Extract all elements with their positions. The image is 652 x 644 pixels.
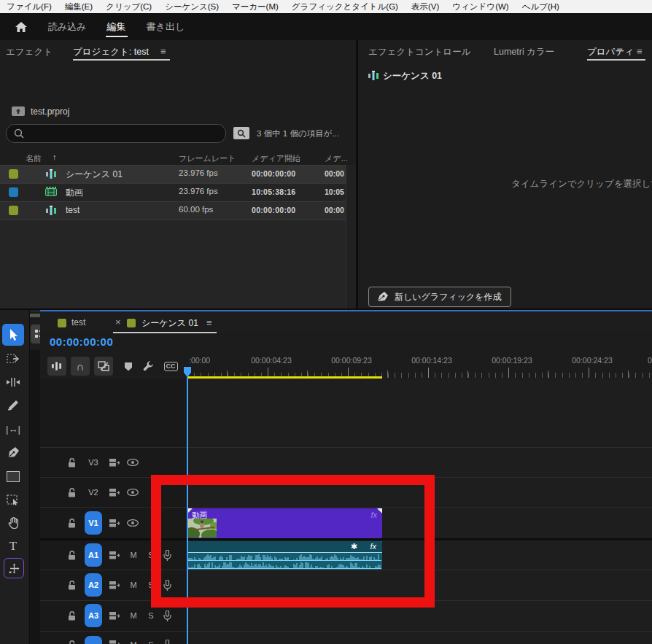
sync-lock-icon[interactable] xyxy=(109,519,120,527)
lock-icon[interactable] xyxy=(68,551,76,560)
menu-view[interactable]: 表示(V) xyxy=(405,1,446,12)
column-name[interactable]: 名前 xyxy=(26,153,42,164)
sync-lock-icon[interactable] xyxy=(109,640,120,644)
video-clip[interactable]: 動画 fx xyxy=(187,508,382,538)
project-row-sequence-01[interactable]: シーケンス 01 23.976 fps 00:00:00:00 00:00 xyxy=(0,166,346,184)
fade-handle-icon[interactable] xyxy=(377,508,382,513)
voiceover-mic-icon[interactable] xyxy=(163,580,171,591)
project-row-test[interactable]: test 60.00 fps 00:00:00:00 00:00 xyxy=(0,202,346,220)
transform-tool[interactable] xyxy=(4,558,24,578)
voiceover-mic-icon[interactable] xyxy=(163,550,171,561)
tab-project[interactable]: プロジェクト: test xyxy=(73,46,149,58)
project-row-video[interactable]: 動画 23.976 fps 10:05:38:16 10:05 xyxy=(0,184,346,202)
breadcrumb[interactable]: test.prproj xyxy=(31,106,69,117)
vertical-scrollbar[interactable] xyxy=(346,165,357,312)
menu-edit[interactable]: 編集(E) xyxy=(58,1,99,12)
panel-menu-icon[interactable]: ≡ xyxy=(637,46,643,57)
tab-effects[interactable]: エフェクト xyxy=(6,46,53,58)
track-target-v3[interactable]: V3 xyxy=(85,458,102,467)
menu-marker[interactable]: マーカー(M) xyxy=(225,1,285,12)
eye-toggle-icon[interactable] xyxy=(127,519,139,527)
track-target-a3[interactable]: A3 xyxy=(85,604,102,627)
hand-tool[interactable] xyxy=(2,513,24,533)
mode-tab-export[interactable]: 書き出し xyxy=(136,13,195,40)
mute-toggle[interactable]: M xyxy=(128,551,139,559)
sync-lock-icon[interactable] xyxy=(109,581,120,589)
panel-menu-icon[interactable]: ≡ xyxy=(160,46,166,57)
search-input[interactable] xyxy=(6,124,226,143)
keyframe-star-icon[interactable]: ✱ xyxy=(351,542,357,551)
mute-toggle[interactable]: M xyxy=(128,581,139,589)
sync-lock-icon[interactable] xyxy=(109,612,120,620)
label-chip[interactable] xyxy=(9,206,18,215)
timeline-settings-wrench-icon[interactable] xyxy=(139,357,158,376)
tab-effect-controls[interactable]: エフェクトコントロール xyxy=(368,46,470,58)
menu-help[interactable]: ヘルプ(H) xyxy=(516,1,566,12)
lock-icon[interactable] xyxy=(68,611,76,621)
track-target-v1[interactable]: V1 xyxy=(85,511,102,535)
sync-lock-icon[interactable] xyxy=(109,551,120,559)
snap-toggle[interactable]: ∩ xyxy=(71,357,90,376)
menu-clip[interactable]: クリップ(C) xyxy=(99,1,158,12)
insert-nested-sequence-toggle[interactable] xyxy=(47,357,66,376)
rectangle-tool[interactable] xyxy=(2,466,24,486)
lock-icon[interactable] xyxy=(68,488,76,497)
captions-cc-icon[interactable]: CC xyxy=(161,357,180,376)
razor-tool[interactable] xyxy=(2,395,24,416)
solo-toggle[interactable]: S xyxy=(146,611,156,620)
home-icon[interactable] xyxy=(15,21,28,33)
sort-ascending-icon[interactable]: ↑ xyxy=(53,152,57,161)
pen-tool[interactable] xyxy=(2,442,24,462)
fx-badge[interactable]: fx xyxy=(370,542,376,551)
menu-file[interactable]: ファイル(F) xyxy=(0,1,58,12)
object-selection-tool[interactable] xyxy=(2,489,24,510)
ripple-edit-tool[interactable] xyxy=(2,372,24,392)
track-select-forward-tool[interactable] xyxy=(2,349,24,369)
track-target-a2[interactable]: A2 xyxy=(85,573,102,597)
label-chip[interactable] xyxy=(9,187,18,197)
linked-selection-toggle[interactable] xyxy=(94,357,113,376)
solo-toggle[interactable]: S xyxy=(146,640,156,644)
mute-toggle[interactable]: M xyxy=(128,611,139,620)
lock-icon[interactable] xyxy=(68,581,76,590)
column-media-start[interactable]: メディア開始 xyxy=(252,153,300,164)
menu-sequence[interactable]: シーケンス(S) xyxy=(158,1,225,12)
folder-up-icon[interactable] xyxy=(12,106,25,116)
slip-tool[interactable]: |↔| xyxy=(2,419,24,439)
fx-badge[interactable]: fx xyxy=(370,511,377,519)
eye-toggle-icon[interactable] xyxy=(127,489,139,496)
lock-icon[interactable] xyxy=(68,640,76,644)
lock-icon[interactable] xyxy=(68,458,76,468)
label-chip[interactable] xyxy=(9,169,18,179)
track-target-a1[interactable]: A1 xyxy=(85,543,102,567)
tab-properties[interactable]: プロパティ xyxy=(587,46,634,58)
sync-lock-icon[interactable] xyxy=(109,459,120,467)
track-target-v2[interactable]: V2 xyxy=(85,488,102,497)
mute-toggle[interactable]: M xyxy=(128,640,139,644)
column-media-truncated[interactable]: メデ... xyxy=(325,153,348,164)
timeline-tab-test[interactable]: test xyxy=(71,317,85,327)
mode-tab-edit[interactable]: 編集 xyxy=(97,13,136,40)
menu-graphics-titles[interactable]: グラフィックとタイトル(G) xyxy=(285,1,405,12)
mode-tab-import[interactable]: 読み込み xyxy=(38,13,97,40)
voiceover-mic-icon[interactable] xyxy=(163,610,171,621)
column-framerate[interactable]: フレームレート xyxy=(179,153,236,164)
voiceover-mic-icon[interactable] xyxy=(163,640,171,644)
search-bin-icon[interactable] xyxy=(233,127,249,139)
panel-menu-icon[interactable]: ≡ xyxy=(206,317,212,328)
solo-toggle[interactable]: S xyxy=(146,551,156,559)
solo-toggle[interactable]: S xyxy=(146,581,156,589)
eye-toggle-icon[interactable] xyxy=(127,459,139,466)
add-marker-icon[interactable] xyxy=(119,357,138,376)
track-target-a4[interactable]: A4 xyxy=(85,636,102,644)
lock-icon[interactable] xyxy=(68,519,76,528)
playhead-timecode[interactable]: 00:00:00:00 xyxy=(50,335,113,348)
tab-lumetri-color[interactable]: Lumetri カラー xyxy=(494,46,554,58)
close-tab-icon[interactable]: × xyxy=(115,317,121,327)
timeline-tab-sequence-01[interactable]: シーケンス 01 xyxy=(141,317,198,330)
new-graphic-button[interactable]: 新しいグラフィックを作成 xyxy=(368,287,511,307)
audio-clip[interactable]: ✱ fx xyxy=(187,541,382,570)
type-tool[interactable]: T xyxy=(2,536,24,556)
sync-lock-icon[interactable] xyxy=(109,489,120,497)
menu-window[interactable]: ウィンドウ(W) xyxy=(446,1,515,12)
